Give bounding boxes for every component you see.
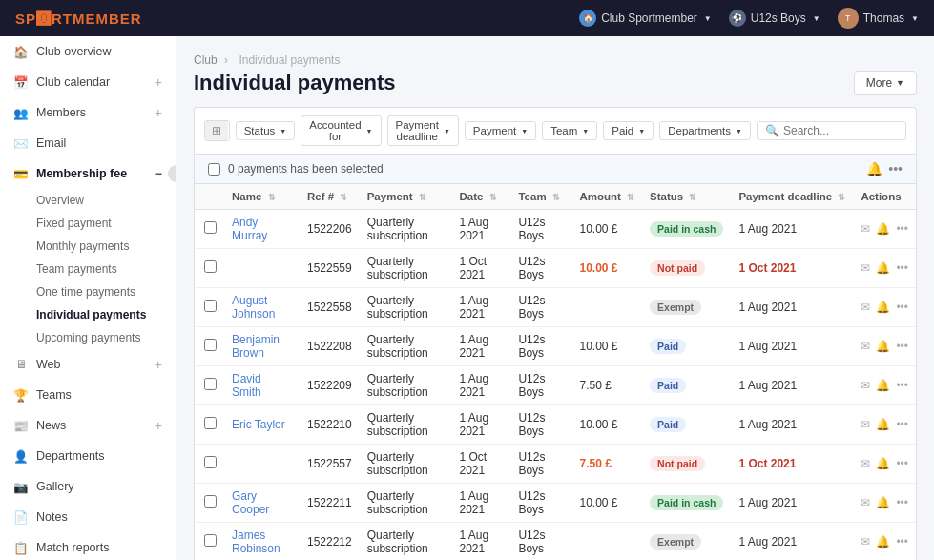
filter-payment[interactable]: Payment ▼ <box>465 121 536 140</box>
filter-paid[interactable]: Paid ▼ <box>603 121 654 140</box>
row-bell-icon[interactable]: 🔔 <box>876 535 890 549</box>
filter-payment-deadline[interactable]: Payment deadline ▼ <box>387 115 459 146</box>
sidebar-sub-individual-payments[interactable]: Individual payments <box>0 303 176 326</box>
table-row: Eric Taylor 1522210 Quarterly subscripti… <box>195 405 916 445</box>
calendar-add-icon[interactable]: + <box>155 74 162 90</box>
row-edit-icon[interactable]: ✉ <box>861 418 870 431</box>
member-name-link[interactable]: Benjamin Brown <box>232 333 280 360</box>
th-deadline[interactable]: Payment deadline ⇅ <box>731 184 853 210</box>
row-checkbox[interactable] <box>204 300 217 312</box>
sidebar-item-gallery[interactable]: 📷 Gallery <box>0 471 176 502</box>
sidebar-sub-upcoming-payments[interactable]: Upcoming payments <box>0 326 176 349</box>
deadline-cell: 1 Aug 2021 <box>738 535 797 549</box>
member-name-link[interactable]: Gary Cooper <box>232 489 269 516</box>
member-name-link[interactable]: Eric Taylor <box>232 418 285 431</box>
email-icon: ✉️ <box>13 135 29 151</box>
row-checkbox[interactable] <box>204 456 217 468</box>
row-more-icon[interactable]: ••• <box>896 301 908 314</box>
th-payment[interactable]: Payment ⇅ <box>360 184 452 210</box>
row-bell-icon[interactable]: 🔔 <box>876 261 890 275</box>
row-edit-icon[interactable]: ✉ <box>861 261 870 275</box>
filter-departments[interactable]: Departments ▼ <box>659 121 751 140</box>
filter-team[interactable]: Team ▼ <box>542 121 597 140</box>
name-cell: David Smith <box>224 366 300 405</box>
row-bell-icon[interactable]: 🔔 <box>876 340 890 353</box>
notification-icon[interactable]: 🔔 <box>866 161 882 176</box>
th-date[interactable]: Date ⇅ <box>451 184 510 210</box>
sidebar-item-members[interactable]: 👥 Members + <box>0 97 176 128</box>
row-bell-icon[interactable]: 🔔 <box>876 418 890 431</box>
member-name-link[interactable]: August Johnson <box>232 294 275 321</box>
sidebar-item-notes[interactable]: 📄 Notes <box>0 502 176 532</box>
search-input[interactable] <box>783 124 898 137</box>
th-status[interactable]: Status ⇅ <box>642 184 731 210</box>
row-edit-icon[interactable]: ✉ <box>861 457 870 470</box>
news-add-icon[interactable]: + <box>155 418 162 433</box>
list-view-btn[interactable]: ≡ <box>228 121 230 140</box>
row-bell-icon[interactable]: 🔔 <box>876 222 890 236</box>
row-checkbox[interactable] <box>204 260 217 273</box>
row-edit-icon[interactable]: ✉ <box>861 340 870 353</box>
row-more-icon[interactable]: ••• <box>896 535 908 549</box>
row-edit-icon[interactable]: ✉ <box>861 379 870 392</box>
row-edit-icon[interactable]: ✉ <box>861 301 870 314</box>
member-name-link[interactable]: James Robinson <box>232 529 280 555</box>
sidebar-sub-overview[interactable]: Overview <box>0 189 176 212</box>
th-amount[interactable]: Amount ⇅ <box>571 184 642 210</box>
sidebar-sub-one-time-payments[interactable]: One time payments <box>0 280 176 303</box>
search-box[interactable]: 🔍 <box>757 121 906 140</box>
members-add-icon[interactable]: + <box>155 105 162 120</box>
sidebar-item-email[interactable]: ✉️ Email <box>0 128 176 158</box>
row-more-icon[interactable]: ••• <box>896 496 908 509</box>
row-more-icon[interactable]: ••• <box>896 457 908 470</box>
row-checkbox[interactable] <box>204 221 217 234</box>
select-all-checkbox[interactable] <box>208 163 220 176</box>
row-more-icon[interactable]: ••• <box>896 261 908 275</box>
sidebar-item-match-reports[interactable]: 📋 Match reports <box>0 532 176 560</box>
row-bell-icon[interactable]: 🔔 <box>876 457 890 470</box>
more-button[interactable]: More ▼ <box>854 71 917 95</box>
row-more-icon[interactable]: ••• <box>896 222 908 236</box>
grid-view-btn[interactable]: ⊞ <box>205 121 228 140</box>
row-checkbox[interactable] <box>204 534 217 547</box>
sidebar-item-departments[interactable]: 👤 Departments <box>0 441 176 471</box>
sidebar-item-teams[interactable]: 🏆 Teams <box>0 380 176 410</box>
club-switcher[interactable]: 🏠 Club Sportmember ▼ <box>579 10 712 27</box>
th-team[interactable]: Team ⇅ <box>510 184 571 210</box>
row-bell-icon[interactable]: 🔔 <box>876 496 890 509</box>
row-more-icon[interactable]: ••• <box>896 379 908 392</box>
filter-status[interactable]: Status ▼ <box>236 121 296 140</box>
row-edit-icon[interactable]: ✉ <box>861 222 870 236</box>
row-edit-icon[interactable]: ✉ <box>861 496 870 509</box>
sidebar-sub-team-payments[interactable]: Team payments <box>0 258 176 280</box>
row-more-icon[interactable]: ••• <box>896 418 908 431</box>
name-cell: Andy Murray <box>224 210 300 249</box>
sidebar-item-membership-fee[interactable]: 💳 Membership fee − ‹ <box>0 158 176 189</box>
sidebar-item-news[interactable]: 📰 News + <box>0 410 176 441</box>
row-more-icon[interactable]: ••• <box>896 340 908 353</box>
more-actions-icon[interactable]: ••• <box>888 161 903 176</box>
th-name[interactable]: Name ⇅ <box>224 184 300 210</box>
sidebar-item-club-calendar[interactable]: 📅 Club calendar + <box>0 67 176 97</box>
row-bell-icon[interactable]: 🔔 <box>876 301 890 314</box>
sidebar-sub-monthly-payments[interactable]: Monthly payments <box>0 235 176 258</box>
row-bell-icon[interactable]: 🔔 <box>876 379 890 392</box>
row-checkbox[interactable] <box>204 378 217 390</box>
sidebar-item-web[interactable]: 🖥 Web + <box>0 349 176 380</box>
th-ref[interactable]: Ref # ⇅ <box>300 184 360 210</box>
sidebar-sub-fixed-payment[interactable]: Fixed payment <box>0 212 176 235</box>
web-add-icon[interactable]: + <box>155 357 162 372</box>
user-menu[interactable]: T Thomas ▼ <box>838 8 919 29</box>
row-checkbox[interactable] <box>204 339 217 351</box>
team-switcher[interactable]: ⚽ U12s Boys ▼ <box>729 10 820 27</box>
member-name-link[interactable]: David Smith <box>232 372 261 399</box>
row-edit-icon[interactable]: ✉ <box>861 535 870 549</box>
sidebar-item-club-overview[interactable]: 🏠 Club overview <box>0 36 176 67</box>
row-checkbox[interactable] <box>204 417 217 429</box>
membership-collapse-icon[interactable]: − <box>155 166 162 181</box>
breadcrumb-club[interactable]: Club <box>194 53 218 67</box>
filter-accounted-for[interactable]: Accounted for ▼ <box>301 115 381 146</box>
row-checkbox[interactable] <box>204 495 217 508</box>
member-name-link[interactable]: Andy Murray <box>232 216 267 242</box>
sidebar-collapse-btn[interactable]: ‹ <box>168 165 176 182</box>
